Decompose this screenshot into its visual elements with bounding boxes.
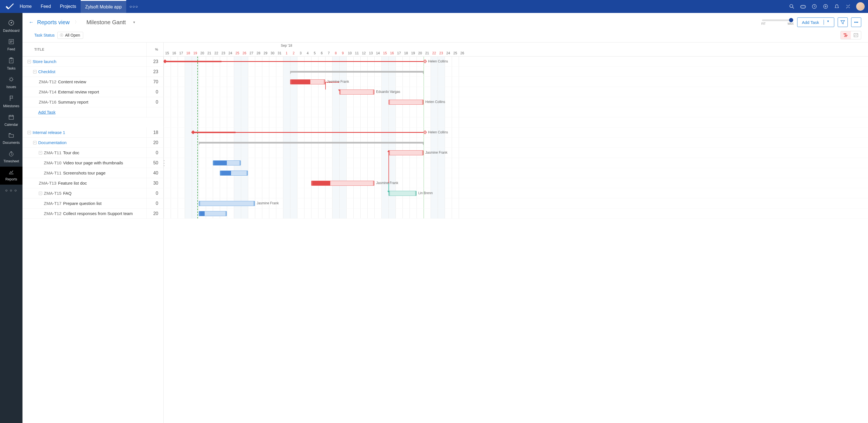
search-icon[interactable]	[789, 3, 795, 9]
sidebar-item-dashboard[interactable]: Dashboard	[0, 17, 23, 36]
task-name[interactable]: Prepare question list	[63, 201, 102, 206]
task-row[interactable]: ZMA-T16 Summary report0	[23, 97, 163, 107]
milestone-end-diamond[interactable]	[423, 59, 427, 63]
breadcrumb-parent[interactable]: Reports view	[37, 19, 70, 26]
collapse-toggle-icon[interactable]: −	[33, 70, 36, 74]
task-row[interactable]: −Internal release 118	[23, 128, 163, 138]
collapse-toggle-icon[interactable]: −	[33, 141, 36, 144]
group-label[interactable]: Internal release 1	[33, 130, 65, 135]
task-name[interactable]: Collect responses from Support team	[63, 211, 133, 216]
tools-icon[interactable]	[845, 3, 851, 9]
task-row[interactable]: −ZMA-T11 Tour doc0	[23, 148, 163, 158]
task-row[interactable]: Add Task	[23, 107, 163, 117]
topnav-home[interactable]: Home	[15, 0, 36, 13]
group-label[interactable]: Store launch	[33, 59, 56, 64]
sidebar-more-icon[interactable]: ○ ○ ○	[5, 185, 17, 196]
add-task-button[interactable]: Add Task ▼	[797, 18, 834, 27]
task-name[interactable]: FAQ	[63, 191, 72, 196]
task-row[interactable]: −Checklist23	[23, 67, 163, 77]
page-title[interactable]: Milestone Gantt	[84, 19, 126, 26]
filter-icon[interactable]	[838, 18, 848, 27]
task-row[interactable]: ZMA-T13 Feature list doc30	[23, 178, 163, 188]
task-bar[interactable]	[213, 161, 241, 166]
collapse-toggle-icon[interactable]: −	[39, 151, 42, 154]
filter-row: Task Status ⓧ All Open	[23, 30, 868, 42]
zoom-slider[interactable]: FITMAX	[762, 20, 794, 25]
app-logo[interactable]	[4, 3, 15, 10]
task-bar[interactable]	[311, 181, 374, 186]
task-name[interactable]: Video tour page with thumbnails	[63, 161, 123, 165]
sidebar-item-documents[interactable]: Documents	[0, 130, 23, 148]
task-row[interactable]: −Documentation20	[23, 138, 163, 148]
milestone-start-diamond[interactable]	[164, 59, 167, 63]
add-task-link[interactable]: Add Task	[28, 110, 55, 115]
sidebar-item-issues[interactable]: Issues	[0, 74, 23, 92]
task-bar[interactable]	[199, 211, 227, 216]
clock-icon[interactable]	[811, 3, 817, 9]
gantt-view-icon[interactable]	[841, 31, 851, 39]
task-row[interactable]: ZMA-T14 External review report0	[23, 87, 163, 97]
task-row[interactable]: −Store launch23	[23, 57, 163, 67]
summary-bar[interactable]	[290, 71, 424, 73]
bell-icon[interactable]	[834, 3, 840, 9]
task-bar[interactable]	[339, 89, 374, 94]
topnav-projects[interactable]: Projects	[55, 0, 81, 13]
day-header: 28	[255, 51, 262, 55]
task-bar[interactable]	[389, 150, 424, 156]
collapse-toggle-icon[interactable]: −	[39, 192, 42, 195]
filter-label[interactable]: Task Status	[34, 33, 55, 37]
gantt-row: Helen Collins	[164, 128, 868, 138]
back-arrow-icon[interactable]: ←	[29, 20, 34, 25]
day-header: 23	[220, 51, 227, 55]
dropdown-arrow-icon[interactable]: ▼	[129, 21, 136, 24]
task-bar[interactable]	[199, 201, 255, 206]
collapse-toggle-icon[interactable]: −	[28, 60, 31, 63]
gamepad-icon[interactable]	[800, 3, 806, 9]
add-task-dropdown-icon[interactable]: ▼	[824, 20, 830, 25]
gantt-row: Helen Collins	[164, 97, 868, 107]
task-row[interactable]	[23, 117, 163, 128]
task-name[interactable]: External review report	[58, 89, 99, 94]
task-row[interactable]: −ZMA-T15 FAQ0	[23, 188, 163, 198]
task-bar[interactable]	[389, 100, 424, 105]
topnav-zylsoft-mobile-app[interactable]: Zylsoft Mobile app	[81, 0, 126, 13]
task-row[interactable]: ZMA-T12 Collect responses from Support t…	[23, 208, 163, 219]
sidebar-item-feed[interactable]: Feed	[0, 36, 23, 55]
filter-chip[interactable]: ⓧ All Open	[57, 32, 83, 39]
topnav-feed[interactable]: Feed	[36, 0, 55, 13]
task-name[interactable]: Feature list doc	[58, 181, 87, 186]
timeline-panel[interactable]: Sep '18 15161718192021222324252627282930…	[164, 43, 868, 423]
task-bar[interactable]	[389, 191, 416, 196]
gantt-row: Lin Brenn	[164, 188, 868, 198]
sidebar-item-timesheet[interactable]: Timesheet	[0, 148, 23, 167]
day-header: 16	[170, 51, 178, 55]
milestone-start-diamond[interactable]	[191, 130, 195, 134]
group-label[interactable]: Documentation	[38, 140, 67, 145]
task-name[interactable]: Summary report	[58, 100, 89, 105]
group-label[interactable]: Checklist	[38, 69, 55, 74]
filter-clear-icon[interactable]: ⓧ	[60, 33, 63, 38]
nav-more-icon[interactable]: ○○○	[126, 4, 142, 9]
task-name[interactable]: Tour doc	[63, 150, 80, 155]
sidebar-item-calendar[interactable]: Calendar	[0, 111, 23, 130]
collapse-toggle-icon[interactable]: −	[28, 131, 31, 134]
task-row[interactable]: ZMA-T11 Screenshots tour page40	[23, 168, 163, 178]
task-id: ZMA-T11	[44, 171, 62, 175]
plus-circle-icon[interactable]	[823, 3, 829, 9]
task-row[interactable]: ZMA-T12 Content review70	[23, 77, 163, 87]
task-row[interactable]: ZMA-T10 Video tour page with thumbnails5…	[23, 158, 163, 168]
task-name[interactable]: Screenshots tour page	[63, 171, 106, 175]
milestone-end-diamond[interactable]	[423, 130, 427, 134]
sidebar-item-reports[interactable]: Reports	[0, 167, 23, 185]
task-bar[interactable]	[290, 79, 325, 84]
sidebar-item-tasks[interactable]: Tasks	[0, 55, 23, 74]
chart-view-icon[interactable]	[851, 31, 861, 39]
day-header: 20	[199, 51, 206, 55]
more-actions-icon[interactable]: •••	[851, 18, 861, 27]
summary-bar[interactable]	[199, 142, 424, 144]
task-row[interactable]: ZMA-T17 Prepare question list0	[23, 198, 163, 208]
task-bar[interactable]	[220, 171, 248, 176]
task-name[interactable]: Content review	[58, 79, 86, 84]
sidebar-item-milestones[interactable]: Milestones	[0, 92, 23, 111]
user-avatar[interactable]	[856, 2, 865, 11]
